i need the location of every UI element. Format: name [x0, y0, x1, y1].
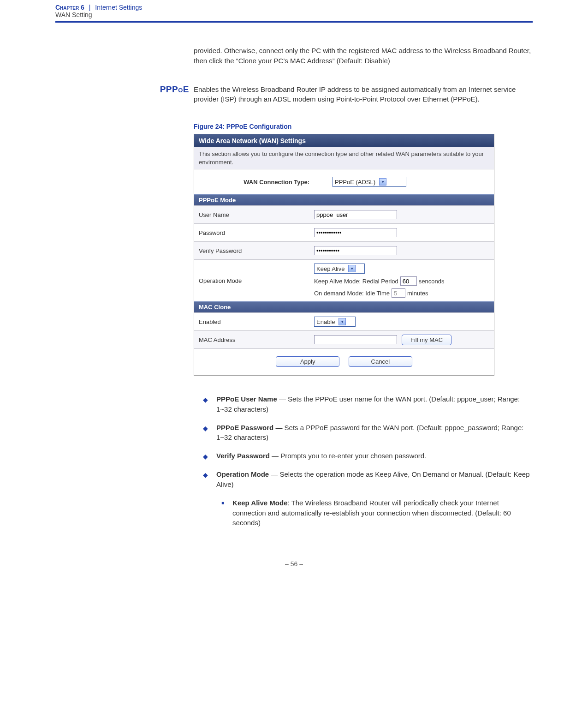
section-intro: Enables the Wireless Broadband Router IP… [194, 84, 533, 105]
bullet-verify-password: ◆ Verify Password — Prompts you to re-en… [203, 451, 533, 461]
margin-heading-pppoe: PPPoE [152, 84, 189, 95]
bullet-operation-mode: ◆ Operation Mode — Selects the operation… [203, 469, 533, 490]
operation-mode-select[interactable]: Keep Alive ▾ [314, 264, 365, 274]
continuation-paragraph: provided. Otherwise, connect only the PC… [194, 46, 533, 66]
chevron-down-icon: ▾ [348, 265, 356, 272]
bullet-label: Operation Mode [216, 470, 269, 478]
redial-period-input[interactable] [400, 276, 417, 286]
page-header: Chapter 6 | Internet Settings WAN Settin… [55, 0, 533, 23]
wan-conn-type-select[interactable]: PPPoE (ADSL) ▾ [333, 177, 406, 187]
mac-address-input[interactable] [314, 335, 397, 344]
username-label: User Name [199, 211, 309, 218]
wan-description: This section allows you to configure the… [194, 147, 494, 169]
diamond-bullet-icon: ◆ [203, 424, 208, 443]
enabled-value: Enable [316, 318, 335, 325]
enabled-select[interactable]: Enable ▾ [314, 317, 356, 327]
ondemand-text-a: On demand Mode: Idle Time [314, 290, 390, 297]
bullet-label: PPPoE User Name [216, 395, 277, 403]
wan-conn-type-value: PPPoE (ADSL) [335, 179, 375, 186]
wan-conn-type-label: WAN Connection Type: [199, 179, 328, 186]
chevron-down-icon: ▾ [339, 318, 346, 325]
subbullet-keep-alive: ■ Keep Alive Mode: The Wireless Broadban… [221, 498, 533, 528]
wan-settings-screenshot: Wide Area Network (WAN) Settings This se… [194, 134, 494, 376]
chevron-down-icon: ▾ [379, 178, 386, 186]
operation-mode-value: Keep Alive [316, 265, 344, 272]
chapter-label: Chapter 6 [55, 4, 84, 11]
bullet-label: PPPoE Password [216, 424, 273, 431]
pppoe-mode-header: PPPoE Mode [194, 194, 494, 205]
idle-time-input [392, 288, 405, 298]
figure-caption: Figure 24: PPPoE Configuration [194, 123, 533, 130]
apply-button[interactable]: Apply [276, 356, 339, 367]
bullet-pppoe-username: ◆ PPPoE User Name — Sets the PPPoE user … [203, 394, 533, 414]
verify-password-label: Verify Password [199, 247, 309, 254]
password-label: Password [199, 229, 309, 236]
enabled-label: Enabled [199, 318, 309, 325]
chapter-title: Internet Settings [95, 4, 142, 11]
keepalive-text-b: senconds [419, 278, 445, 285]
username-input[interactable] [314, 210, 397, 219]
verify-password-input[interactable] [314, 246, 397, 255]
fill-my-mac-button[interactable]: Fill my MAC [402, 335, 451, 345]
subbullet-label: Keep Alive Mode [232, 499, 287, 507]
operation-mode-label: Operation Mode [199, 277, 309, 284]
bullet-text: — Prompts you to re-enter your chosen pa… [270, 452, 426, 460]
mac-clone-header: MAC Clone [194, 301, 494, 312]
separator: | [89, 4, 91, 11]
page-number: – 56 – [55, 560, 533, 568]
bullet-label: Verify Password [216, 452, 270, 460]
diamond-bullet-icon: ◆ [203, 470, 208, 490]
keepalive-text-a: Keep Alive Mode: Redial Period [314, 278, 398, 285]
cancel-button[interactable]: Cancel [349, 356, 412, 367]
wan-title-bar: Wide Area Network (WAN) Settings [194, 134, 494, 147]
diamond-bullet-icon: ◆ [203, 395, 208, 414]
mac-address-label: MAC Address [199, 336, 309, 343]
password-input[interactable] [314, 228, 397, 237]
chapter-subtitle: WAN Setting [55, 11, 533, 18]
bullet-pppoe-password: ◆ PPPoE Password — Sets a PPPoE password… [203, 423, 533, 443]
ondemand-text-b: minutes [407, 290, 428, 297]
square-bullet-icon: ■ [221, 500, 224, 528]
diamond-bullet-icon: ◆ [203, 452, 208, 461]
